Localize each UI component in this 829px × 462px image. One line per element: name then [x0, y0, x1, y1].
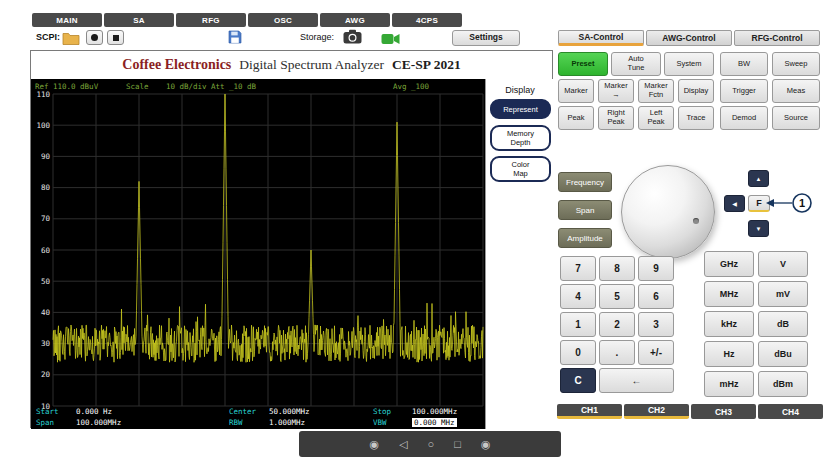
tab-awg[interactable]: AWG [320, 13, 390, 27]
tab-osc[interactable]: OSC [248, 13, 318, 27]
vbw-value[interactable]: 0.000 MHz [412, 418, 457, 427]
key-6[interactable]: 6 [638, 284, 674, 309]
peak-button[interactable]: Peak [558, 106, 594, 130]
tab-awg-control[interactable]: AWG-Control [646, 30, 732, 46]
rbw-value: 1.000MHz [269, 418, 305, 427]
model-number: CE-SP 2021 [392, 57, 461, 73]
record-video-icon[interactable] [381, 31, 400, 49]
screenshot-camera-icon[interactable] [343, 29, 362, 48]
sweep-button[interactable]: Sweep [772, 52, 820, 76]
unit-mhz-milli-button[interactable]: mHz [704, 371, 754, 397]
nav-home-icon[interactable]: ○ [428, 438, 435, 450]
save-icon[interactable] [228, 30, 242, 48]
app-root: MAIN SA RFG OSC AWG 4CPS SCPI: Storage: … [0, 0, 829, 462]
unit-ghz-button[interactable]: GHz [704, 251, 754, 277]
analyzer-panel: Coffee Electronics Digital Spectrum Anal… [30, 50, 553, 428]
nav-circle-left-icon[interactable]: ◉ [370, 438, 380, 451]
memory-depth-button[interactable]: Memory Depth [490, 125, 551, 151]
record-button[interactable] [86, 30, 103, 45]
control-knob[interactable] [621, 165, 715, 259]
record-icon [91, 34, 98, 41]
key-3[interactable]: 3 [638, 312, 674, 337]
tab-ch1[interactable]: CH1 [557, 404, 622, 419]
settings-button[interactable]: Settings [452, 30, 520, 46]
stop-button[interactable] [107, 30, 124, 45]
arrow-left-button[interactable]: ◀ [724, 195, 745, 212]
key-clear[interactable]: C [560, 368, 596, 393]
unit-khz-button[interactable]: kHz [704, 311, 754, 337]
color-map-button[interactable]: Color Map [490, 156, 551, 182]
tab-ch3[interactable]: CH3 [691, 404, 756, 419]
represent-button[interactable]: Represent [490, 99, 551, 119]
storage-label: Storage: [300, 32, 334, 42]
scale-value: 10 dB/div [166, 82, 207, 91]
key-8[interactable]: 8 [599, 256, 635, 281]
svg-text:50: 50 [41, 277, 51, 286]
preset-button[interactable]: Preset [558, 52, 608, 76]
unit-hz-button[interactable]: Hz [704, 341, 754, 367]
nav-recents-icon[interactable]: □ [454, 438, 461, 450]
unit-db-button[interactable]: dB [758, 311, 808, 337]
nav-circle-right-icon[interactable]: ◉ [481, 438, 491, 451]
brand-name: Coffee Electronics [122, 57, 231, 73]
tab-ch2[interactable]: CH2 [624, 404, 689, 419]
unit-dbm-button[interactable]: dBm [758, 371, 808, 397]
key-4[interactable]: 4 [560, 284, 596, 309]
trace-button[interactable]: Trace [678, 106, 714, 130]
tab-rfg[interactable]: RFG [176, 13, 246, 27]
display-panel-title: Display [486, 85, 554, 95]
nav-back-icon[interactable]: ◁ [399, 438, 407, 451]
source-button[interactable]: Source [772, 106, 820, 130]
tab-sa-control[interactable]: SA-Control [558, 30, 644, 46]
att-label: Att [211, 82, 225, 91]
auto-tune-button[interactable]: Auto Tune [611, 52, 661, 76]
start-label: Start [36, 407, 59, 416]
tab-rfg-control[interactable]: RFG-Control [734, 30, 820, 46]
right-peak-button[interactable]: Right Peak [598, 106, 634, 130]
key-0[interactable]: 0 [560, 340, 596, 365]
tab-4cps[interactable]: 4CPS [392, 13, 462, 27]
vbw-label: VBW [373, 418, 387, 427]
unit-mhz-button[interactable]: MHz [704, 281, 754, 307]
demod-button[interactable]: Demod [720, 106, 768, 130]
marker-fctn-button[interactable]: Marker Fctn [638, 79, 674, 103]
marker-to-button[interactable]: Marker → [598, 79, 634, 103]
meas-button[interactable]: Meas [772, 79, 820, 103]
avg-label: Avg [393, 82, 407, 91]
key-plus-minus[interactable]: +/- [638, 340, 674, 365]
rbw-label: RBW [229, 418, 243, 427]
unit-v-button[interactable]: V [758, 251, 808, 277]
key-backspace[interactable]: ← [599, 368, 674, 393]
tab-ch4[interactable]: CH4 [758, 404, 823, 419]
bw-button[interactable]: BW [720, 52, 768, 76]
tab-main[interactable]: MAIN [32, 13, 102, 27]
center-label: Center [229, 407, 256, 416]
tab-sa[interactable]: SA [104, 13, 174, 27]
frequency-button[interactable]: Frequency [558, 172, 612, 192]
arrow-up-button[interactable]: ▲ [748, 170, 769, 187]
open-file-icon[interactable] [62, 31, 80, 49]
key-1[interactable]: 1 [560, 312, 596, 337]
center-value: 50.000MHz [269, 407, 310, 416]
att-value[interactable]: _10 dB [229, 82, 256, 91]
system-button[interactable]: System [664, 52, 714, 76]
knob-indicator-dot [693, 218, 699, 224]
unit-mv-button[interactable]: mV [758, 281, 808, 307]
key-decimal[interactable]: . [599, 340, 635, 365]
key-9[interactable]: 9 [638, 256, 674, 281]
svg-text:70: 70 [41, 214, 51, 223]
left-peak-button[interactable]: Left Peak [638, 106, 674, 130]
amplitude-button[interactable]: Amplitude [558, 228, 612, 248]
unit-dbu-button[interactable]: dBu [758, 341, 808, 367]
span-button[interactable]: Span [558, 200, 612, 220]
arrow-down-button[interactable]: ▼ [748, 220, 769, 237]
svg-text:30: 30 [41, 339, 51, 348]
key-7[interactable]: 7 [560, 256, 596, 281]
key-2[interactable]: 2 [599, 312, 635, 337]
display-softkey-button[interactable]: Display [678, 79, 714, 103]
scpi-label: SCPI: [36, 32, 60, 42]
key-5[interactable]: 5 [599, 284, 635, 309]
trigger-button[interactable]: Trigger [720, 79, 768, 103]
avg-value[interactable]: _100 [411, 82, 429, 91]
marker-button[interactable]: Marker [558, 79, 594, 103]
